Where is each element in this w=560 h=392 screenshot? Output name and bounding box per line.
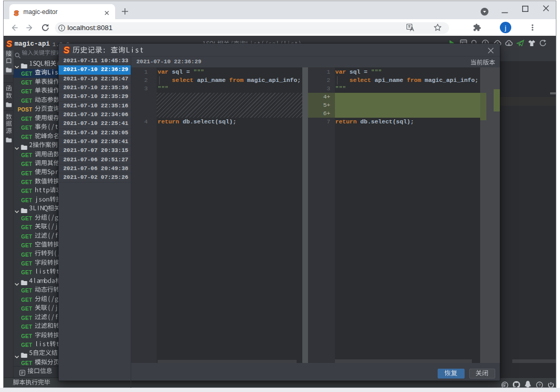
svg-text:j: j (505, 24, 507, 32)
svg-text:?: ? (538, 383, 541, 387)
